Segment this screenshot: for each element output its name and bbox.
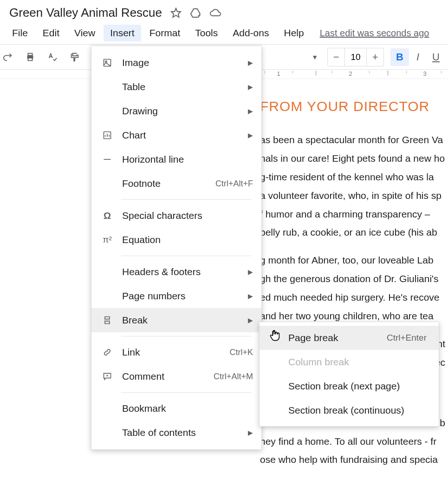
svg-point-6 [105, 61, 107, 62]
menu-item-headers-footers[interactable]: Headers & footers ▶ [91, 260, 261, 284]
shortcut-label: Ctrl+Alt+M [214, 372, 253, 382]
submenu-arrow-icon: ▶ [248, 316, 253, 324]
paint-format-icon[interactable] [67, 49, 83, 65]
shortcut-label: Ctrl+Enter [387, 333, 427, 343]
svg-rect-3 [28, 53, 32, 55]
menu-separator [121, 336, 251, 336]
menu-item-table[interactable]: Table ▶ [91, 75, 261, 99]
paragraph-2: g month for Abner, too, our loveable Lab… [260, 251, 448, 325]
submenu-arrow-icon: ▶ [248, 132, 253, 139]
font-size-input[interactable] [344, 48, 367, 66]
insert-menu: Image ▶ Table ▶ Drawing ▶ Chart ▶ Horizo… [91, 46, 262, 450]
submenu-arrow-icon: ▶ [248, 429, 253, 436]
menu-item-bookmark[interactable]: Bookmark [91, 396, 261, 421]
link-icon [102, 348, 113, 357]
menu-item-equation[interactable]: π² Equation [91, 228, 261, 252]
menu-bar: File Edit View Insert Format Tools Add-o… [0, 22, 448, 45]
font-size-stepper: − + [327, 48, 384, 66]
horizontal-line-icon [102, 155, 113, 164]
menu-item-footnote[interactable]: Footnote Ctrl+Alt+F [91, 171, 261, 196]
document-title[interactable]: Green Valley Animal Rescue [9, 6, 162, 20]
comment-icon [102, 372, 113, 381]
menu-item-drawing[interactable]: Drawing ▶ [91, 99, 261, 123]
bold-button[interactable]: B [390, 48, 409, 66]
menu-item-page-numbers[interactable]: Page numbers ▶ [91, 284, 261, 308]
break-submenu: Page break Ctrl+Enter Column break Secti… [259, 322, 439, 427]
submenu-arrow-icon: ▶ [248, 59, 253, 66]
underline-button[interactable]: U [427, 48, 445, 66]
ruler-tick-2: 2 [349, 70, 352, 77]
menu-separator [121, 199, 251, 200]
submenu-arrow-icon: ▶ [248, 107, 253, 115]
star-icon[interactable] [170, 7, 182, 19]
menu-format[interactable]: Format [143, 25, 187, 41]
last-edit-link[interactable]: Last edit was seconds ago [320, 28, 429, 39]
menu-item-image[interactable]: Image ▶ [91, 51, 261, 75]
spellcheck-icon[interactable] [45, 49, 60, 65]
print-icon[interactable] [22, 49, 38, 65]
menu-insert[interactable]: Insert [104, 25, 141, 41]
ruler-tick-1: 1 [277, 70, 280, 77]
menu-help[interactable]: Help [277, 25, 310, 41]
menu-item-special-characters[interactable]: Ω Special characters [91, 204, 261, 228]
submenu-arrow-icon: ▶ [248, 268, 253, 276]
font-size-decrease-button[interactable]: − [328, 48, 344, 66]
menu-addons[interactable]: Add-ons [226, 25, 275, 41]
svg-rect-4 [28, 58, 32, 60]
submenu-arrow-icon: ▶ [248, 83, 253, 91]
redo-icon[interactable] [0, 49, 16, 65]
font-size-increase-button[interactable]: + [367, 48, 383, 66]
pi-icon: π² [102, 235, 113, 245]
menu-tools[interactable]: Tools [188, 25, 224, 41]
menu-item-break[interactable]: Break ▶ [91, 308, 261, 332]
cloud-icon[interactable] [209, 7, 221, 19]
menu-separator [121, 256, 251, 256]
submenu-item-column-break: Column break [260, 350, 439, 374]
menu-item-horizontal-line[interactable]: Horizontal line [91, 147, 261, 171]
menu-edit[interactable]: Edit [36, 25, 66, 41]
omega-icon: Ω [102, 211, 113, 221]
submenu-item-section-break-continuous[interactable]: Section break (continuous) [260, 398, 439, 422]
italic-button[interactable]: I [411, 48, 425, 66]
menu-item-table-of-contents[interactable]: Table of contents ▶ [91, 421, 261, 445]
image-icon [102, 58, 113, 67]
menu-separator [121, 392, 251, 393]
shortcut-label: Ctrl+K [229, 348, 253, 357]
submenu-item-section-break-next-page[interactable]: Section break (next page) [260, 374, 439, 398]
title-bar: Green Valley Animal Rescue + [0, 0, 448, 22]
svg-text:+: + [198, 13, 201, 18]
menu-item-chart[interactable]: Chart ▶ [91, 123, 261, 147]
menu-item-link[interactable]: Link Ctrl+K [91, 340, 261, 364]
menu-item-comment[interactable]: Comment Ctrl+Alt+M [91, 364, 261, 389]
page-break-icon [102, 316, 113, 325]
ruler-tick-3: 3 [423, 70, 426, 77]
paragraph-1: as been a spectacular month for Green Va… [260, 131, 448, 242]
chart-icon [102, 131, 113, 140]
submenu-item-page-break[interactable]: Page break Ctrl+Enter [260, 326, 439, 350]
menu-view[interactable]: View [68, 25, 102, 41]
font-dropdown-caret-icon[interactable]: ▼ [309, 51, 321, 64]
svg-marker-0 [171, 8, 181, 17]
shortcut-label: Ctrl+Alt+F [215, 179, 253, 189]
menu-file[interactable]: File [6, 25, 34, 41]
submenu-arrow-icon: ▶ [248, 292, 253, 300]
document-heading: FROM YOUR DIRECTOR [260, 93, 448, 119]
drive-icon[interactable]: + [190, 7, 201, 19]
